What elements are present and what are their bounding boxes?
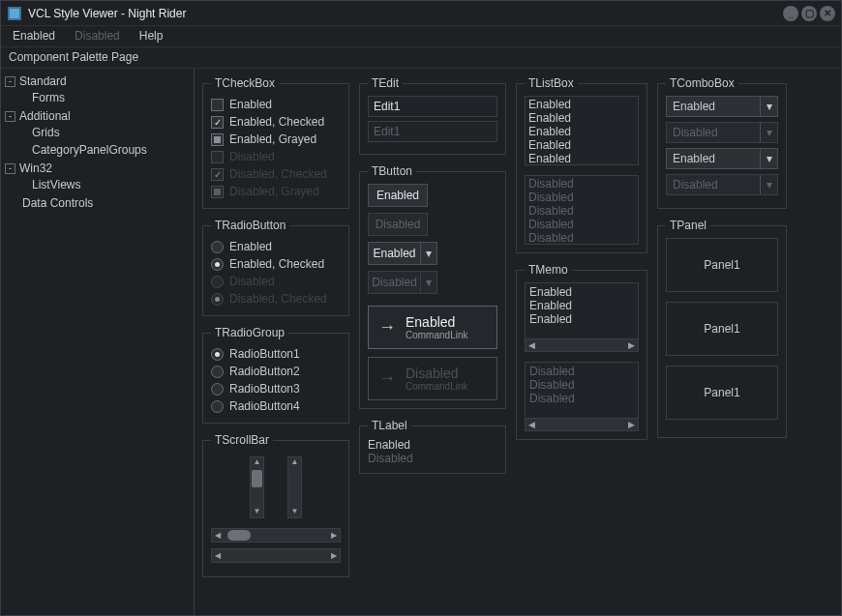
combo-value: Disabled [667,175,760,194]
list-item[interactable]: Enabled [528,138,635,152]
group-tpanel: TPanel Panel1 Panel1 Panel1 [657,219,787,438]
chevron-down-icon[interactable]: ▾ [420,242,437,265]
button-enabled[interactable]: Enabled [368,184,428,207]
radio-label: Disabled [229,275,275,288]
scroll-track[interactable] [251,468,263,507]
radiogroup-item-2[interactable]: RadioButton2 [211,363,341,380]
list-item[interactable]: Enabled [528,111,635,125]
legend-tpanel: TPanel [666,219,710,232]
tree-node-datacontrols[interactable]: Data Controls [5,195,190,211]
checkbox-icon [211,168,224,181]
list-item[interactable]: Enabled [528,125,635,138]
commandlink-enabled[interactable]: → EnabledCommandLink [368,306,497,349]
memo-line: Disabled [529,365,634,378]
legend-tscrollbar: TScrollBar [211,433,273,447]
scroll-right-icon[interactable]: ▶ [625,340,638,350]
scroll-down-icon: ▼ [288,507,301,517]
radio-icon [211,383,224,396]
radio-label: Enabled [229,240,272,253]
radio-label: RadioButton3 [229,382,300,396]
radio-label: RadioButton4 [229,399,300,413]
radiogroup-item-1[interactable]: RadioButton1 [211,345,341,363]
edit-enabled[interactable] [368,96,497,117]
tree-node-additional[interactable]: - Additional [5,108,190,124]
checkbox-label: Enabled, Grayed [229,132,316,146]
expander-icon[interactable]: - [5,111,15,122]
vscrollbar-disabled: ▲▼ [287,456,302,518]
expander-icon[interactable]: - [5,76,15,87]
radio-enabled[interactable]: Enabled [211,238,341,255]
memo-line: Disabled [529,378,634,392]
combobox-1[interactable]: Enabled▾ [666,96,778,117]
scroll-up-icon[interactable]: ▲ [251,457,263,468]
content-area: - Standard Forms - Additional [1,69,841,615]
group-tradiobutton: TRadioButton Enabled Enabled, Checked Di… [202,219,349,316]
minimize-button[interactable]: _ [783,6,798,21]
radio-icon [211,400,224,413]
tree-node-grids[interactable]: Grids [32,125,190,140]
vscrollbar-enabled[interactable]: ▲▼ [250,456,264,518]
tree-label: CategoryPanelGroups [32,143,147,157]
hscrollbar-enabled[interactable]: ◀▶ [211,528,341,543]
splitbutton-disabled: Disabled▾ [368,271,497,294]
checkbox-label: Disabled, Checked [229,167,327,181]
edit-disabled [368,121,497,142]
group-tmemo: TMemo Enabled Enabled Enabled ◀▶ Disable… [516,263,647,440]
splitbutton-label[interactable]: Enabled [368,242,420,265]
tree-node-win32[interactable]: - Win32 [5,161,190,176]
splitbutton-enabled[interactable]: Enabled▾ [368,242,497,265]
group-tcombobox: TComboBox Enabled▾ Disabled▾ Enabled▾ Di… [657,76,787,209]
scroll-down-icon[interactable]: ▼ [251,507,263,517]
memo-hscrollbar[interactable]: ◀▶ [526,338,638,351]
scroll-right-icon[interactable]: ▶ [328,531,340,540]
combobox-3[interactable]: Enabled▾ [666,148,778,169]
commandlink-disabled: → DisabledCommandLink [368,357,497,400]
tree-label: Win32 [19,161,52,175]
chevron-down-icon[interactable]: ▾ [760,97,777,116]
checkbox-label: Enabled [229,98,272,111]
checkbox-enabled-grayed[interactable]: Enabled, Grayed [211,131,341,148]
scroll-left-icon[interactable]: ◀ [212,531,224,540]
radio-label: Enabled, Checked [229,257,324,271]
listbox-enabled[interactable]: Enabled Enabled Enabled Enabled Enabled … [525,96,639,165]
radio-icon [211,348,224,361]
scroll-left-icon[interactable]: ◀ [526,340,538,350]
scroll-left-icon: ◀ [212,551,224,560]
combo-value: Enabled [667,149,760,168]
checkbox-enabled-checked[interactable]: Enabled, Checked [211,113,341,131]
list-item[interactable]: Enabled [528,98,635,111]
scroll-thumb[interactable] [252,470,262,487]
combobox-2: Disabled▾ [666,122,778,143]
menu-enabled[interactable]: Enabled [3,26,65,46]
radio-label: RadioButton2 [229,365,300,378]
tree-label: Data Controls [22,196,93,210]
tree-node-forms[interactable]: Forms [32,90,190,105]
maximize-button[interactable]: ▢ [801,6,817,21]
expander-icon[interactable]: - [5,163,15,174]
button-disabled: Disabled [368,213,428,236]
tree-node-categorypanelgroups[interactable]: CategoryPanelGroups [32,142,190,158]
radiogroup-item-3[interactable]: RadioButton3 [211,380,341,397]
radio-enabled-checked[interactable]: Enabled, Checked [211,255,341,273]
combobox-4: Disabled▾ [666,174,778,195]
arrow-right-icon: → [378,368,396,389]
menu-help[interactable]: Help [130,26,173,46]
checkbox-enabled[interactable]: Enabled [211,96,341,113]
commandlink-title: Enabled [406,314,467,330]
scroll-thumb[interactable] [227,530,251,541]
label-enabled: Enabled [368,438,497,452]
hscrollbar-disabled: ◀▶ [211,548,341,563]
radio-label: Disabled, Checked [229,292,327,306]
app-icon [7,6,22,21]
close-button[interactable]: ✕ [820,6,835,21]
scroll-track[interactable] [224,529,328,542]
tree-node-listviews[interactable]: ListViews [32,177,190,192]
tree-node-standard[interactable]: - Standard [5,73,190,89]
scroll-left-icon: ◀ [526,420,538,429]
scroll-right-icon: ▶ [625,420,638,429]
memo-enabled[interactable]: Enabled Enabled Enabled ◀▶ [525,282,639,352]
chevron-down-icon[interactable]: ▾ [760,149,777,168]
radiogroup-item-4[interactable]: RadioButton4 [211,397,341,415]
label-disabled: Disabled [368,452,497,465]
list-item[interactable]: Enabled [528,152,635,165]
